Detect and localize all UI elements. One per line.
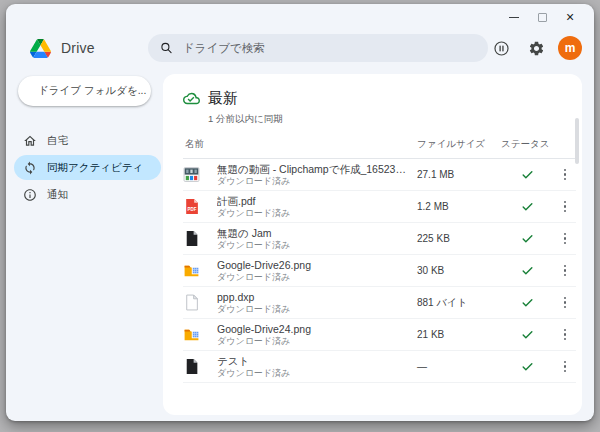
open-drive-folder-label: ドライブ フォルダを... xyxy=(38,84,146,98)
more-options-button[interactable] xyxy=(554,261,576,281)
file-size: 1.2 MB xyxy=(417,201,501,212)
table-header: 名前 ファイルサイズ ステータス xyxy=(183,138,576,159)
file-name: 無題の Jam xyxy=(217,227,407,240)
file-name: ppp.dxp xyxy=(217,291,407,304)
table-row[interactable]: Google-Drive26.png ダウンロード済み 30 KB xyxy=(183,255,576,287)
file-download-status: ダウンロード済み xyxy=(217,176,407,187)
app-title: Drive xyxy=(61,40,95,56)
folder-image-file-icon xyxy=(183,326,200,343)
search-icon xyxy=(160,41,173,55)
sidebar-item-label: 自宅 xyxy=(47,134,68,148)
file-download-status: ダウンロード済み xyxy=(217,272,407,283)
file-size: — xyxy=(417,361,501,372)
gear-icon xyxy=(528,40,545,57)
synced-check-icon xyxy=(521,200,534,213)
file-name: Google-Drive24.png xyxy=(217,323,407,336)
scrollbar-thumb[interactable] xyxy=(575,118,579,164)
file-name: 計画.pdf xyxy=(217,195,407,208)
file-size: 27.1 MB xyxy=(417,169,501,180)
titlebar: × xyxy=(6,4,594,30)
brand: Drive xyxy=(30,39,148,58)
more-options-button[interactable] xyxy=(554,229,576,249)
home-icon xyxy=(23,134,37,148)
pause-icon xyxy=(493,40,510,57)
more-options-button[interactable] xyxy=(554,325,576,345)
maximize-icon xyxy=(538,13,547,22)
header-actions: m xyxy=(488,35,582,61)
close-button[interactable]: × xyxy=(556,6,584,28)
table-row[interactable]: Google-Drive24.png ダウンロード済み 21 KB xyxy=(183,319,576,351)
sidebar-item-sync[interactable]: 同期アクティビティ xyxy=(14,155,161,180)
sidebar-item-info[interactable]: 通知 xyxy=(14,182,161,207)
settings-button[interactable] xyxy=(523,35,549,61)
maximize-button[interactable] xyxy=(528,6,556,28)
synced-check-icon xyxy=(521,264,534,277)
search-input[interactable] xyxy=(183,42,476,54)
pause-sync-button[interactable] xyxy=(488,35,514,61)
close-icon: × xyxy=(566,10,574,24)
folder-image-file-icon xyxy=(183,262,200,279)
synced-check-icon xyxy=(521,296,534,309)
sidebar: ドライブ フォルダを... 自宅 同期アクティビティ 通知 xyxy=(6,74,163,421)
pdf-file-icon: PDF xyxy=(183,198,200,215)
sync-icon xyxy=(23,161,37,175)
file-name: 無題の動画 - Clipchampで作成_1652305598312.... xyxy=(217,163,407,176)
table-row[interactable]: ppp.dxp ダウンロード済み 881 バイト xyxy=(183,287,576,319)
synced-check-icon xyxy=(521,360,534,373)
synced-check-icon xyxy=(521,328,534,341)
card-header: 最新 xyxy=(183,89,576,108)
doc-dark-file-icon xyxy=(183,230,200,247)
svg-text:PDF: PDF xyxy=(187,207,196,212)
file-size: 225 KB xyxy=(417,233,501,244)
file-size: 30 KB xyxy=(417,265,501,276)
file-name: テスト xyxy=(217,355,407,368)
drive-logo-icon xyxy=(30,39,51,58)
account-avatar[interactable]: m xyxy=(558,36,582,60)
file-name: Google-Drive26.png xyxy=(217,259,407,272)
table-row[interactable]: 無題の動画 - Clipchampで作成_1652305598312.... ダ… xyxy=(183,159,576,191)
doc-dark-file-icon xyxy=(183,358,200,375)
file-download-status: ダウンロード済み xyxy=(217,208,407,219)
info-icon xyxy=(23,188,37,202)
sync-status-text: 1 分前以内に同期 xyxy=(208,113,576,126)
file-download-status: ダウンロード済み xyxy=(217,336,407,347)
column-status: ステータス xyxy=(501,138,554,151)
sidebar-item-home[interactable]: 自宅 xyxy=(14,128,161,153)
column-name: 名前 xyxy=(185,138,417,151)
sidebar-item-label: 同期アクティビティ xyxy=(47,161,143,175)
sidebar-item-label: 通知 xyxy=(47,188,68,202)
file-size: 881 バイト xyxy=(417,296,501,310)
synced-check-icon xyxy=(521,168,534,181)
sidebar-nav: 自宅 同期アクティビティ 通知 xyxy=(6,128,163,207)
content-card: 最新 1 分前以内に同期 名前 ファイルサイズ ステータス 無題の動画 - Cl… xyxy=(163,74,582,415)
cloud-done-icon xyxy=(183,90,200,107)
file-download-status: ダウンロード済み xyxy=(217,304,407,315)
page-title: 最新 xyxy=(208,89,238,108)
search-bar[interactable] xyxy=(148,34,488,62)
table-row[interactable]: PDF 計画.pdf ダウンロード済み 1.2 MB xyxy=(183,191,576,223)
file-list: 無題の動画 - Clipchampで作成_1652305598312.... ダ… xyxy=(183,159,576,383)
app-header: Drive m xyxy=(6,30,594,66)
more-options-button[interactable] xyxy=(554,165,576,185)
file-download-status: ダウンロード済み xyxy=(217,240,407,251)
more-options-button[interactable] xyxy=(554,197,576,217)
synced-check-icon xyxy=(521,232,534,245)
video-file-icon xyxy=(183,166,200,183)
file-download-status: ダウンロード済み xyxy=(217,368,407,379)
more-options-button[interactable] xyxy=(554,357,576,377)
table-row[interactable]: テスト ダウンロード済み — xyxy=(183,351,576,383)
more-options-button[interactable] xyxy=(554,293,576,313)
column-size: ファイルサイズ xyxy=(417,138,501,151)
table-row[interactable]: 無題の Jam ダウンロード済み 225 KB xyxy=(183,223,576,255)
doc-light-file-icon xyxy=(183,294,200,311)
open-drive-folder-button[interactable]: ドライブ フォルダを... xyxy=(18,76,151,106)
minimize-button[interactable] xyxy=(500,6,528,28)
file-size: 21 KB xyxy=(417,329,501,340)
minimize-icon xyxy=(509,17,519,18)
drive-app-window: × Drive xyxy=(6,4,594,421)
